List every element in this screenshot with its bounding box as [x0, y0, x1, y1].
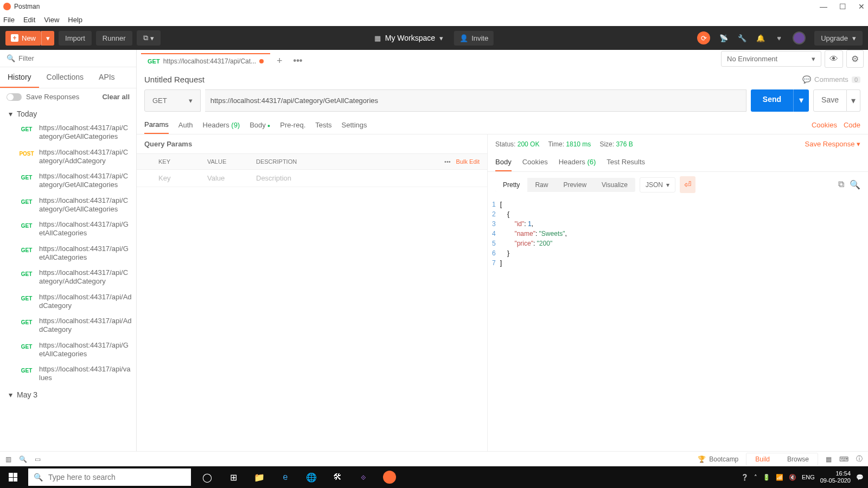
request-tab[interactable]: GET https://localhost:44317/api/Cat...	[141, 53, 270, 68]
new-button[interactable]: + New	[5, 31, 41, 46]
wrap-lines-button[interactable]: ⏎	[680, 176, 695, 193]
tray-help[interactable]: ❔	[741, 474, 749, 481]
tab-body[interactable]: Body	[250, 117, 270, 133]
menu-view[interactable]: View	[44, 16, 59, 24]
find-button[interactable]: 🔍	[19, 455, 27, 463]
sidebar-tab-collections[interactable]: Collections	[39, 67, 91, 88]
comments-button[interactable]: 💬 Comments 0	[802, 75, 860, 84]
sync-button[interactable]: ⟳	[697, 31, 710, 44]
taskbar-edge[interactable]: e	[273, 466, 297, 488]
keyboard-shortcuts-button[interactable]: ⌨	[839, 455, 848, 463]
menu-help[interactable]: Help	[68, 16, 82, 24]
taskbar-taskview[interactable]: ⊞	[221, 466, 245, 488]
view-visualize[interactable]: Visualize	[594, 178, 635, 192]
history-item[interactable]: GEThttps://localhost:44317/api/GetAllCat…	[0, 241, 136, 266]
clear-all-button[interactable]: Clear all	[102, 93, 130, 101]
tab-params[interactable]: Params	[144, 116, 169, 134]
kv-key-placeholder[interactable]: Key	[153, 170, 202, 187]
sidebar-toggle-button[interactable]: ▥	[5, 455, 11, 463]
taskbar-cortana[interactable]: ◯	[195, 466, 219, 488]
environment-preview-button[interactable]: 👁	[825, 50, 843, 68]
taskbar-search[interactable]: 🔍 Type here to search	[28, 468, 191, 486]
history-item[interactable]: GEThttps://localhost:44317/api/AddCatego…	[0, 313, 136, 338]
favorite-button[interactable]: ♥	[774, 33, 784, 43]
search-response-button[interactable]: 🔍	[850, 179, 860, 190]
tray-lang[interactable]: ENG	[802, 474, 815, 480]
method-selector[interactable]: GET ▾	[144, 89, 201, 112]
history-item[interactable]: GEThttps://localhost:44317/api/Category/…	[0, 193, 136, 217]
request-title[interactable]: Untitled Request	[144, 75, 205, 84]
taskbar-tools[interactable]: 🛠	[326, 466, 349, 488]
new-tab-button[interactable]: +	[272, 53, 287, 69]
settings-button[interactable]: 🔧	[737, 33, 747, 43]
import-button[interactable]: Import	[59, 31, 92, 46]
copy-response-button[interactable]: ⧉	[838, 179, 844, 190]
environment-settings-button[interactable]: ⚙	[846, 50, 864, 68]
history-item[interactable]: GEThttps://localhost:44317/api/GetAllCat…	[0, 338, 136, 362]
tray-battery[interactable]: 🔋	[763, 474, 770, 481]
filter-input[interactable]	[18, 54, 130, 62]
kv-row-empty[interactable]: Key Value Description	[137, 170, 487, 187]
console-button[interactable]: ▭	[35, 455, 41, 463]
tab-headers[interactable]: Headers (9)	[203, 117, 240, 133]
tray-chevron[interactable]: ˄	[754, 474, 757, 481]
window-minimize-icon[interactable]: —	[820, 2, 827, 11]
response-body[interactable]: 1234567 [ { "id": 1, "name": "Sweets", "…	[488, 197, 868, 451]
code-link[interactable]: Code	[844, 121, 860, 129]
tab-options-button[interactable]: •••	[289, 54, 307, 68]
help-button[interactable]: ⓘ	[856, 454, 863, 464]
notifications-button[interactable]: 🔔	[756, 33, 765, 43]
history-item[interactable]: GEThttps://localhost:44317/api/AddCatego…	[0, 290, 136, 314]
save-button[interactable]: Save	[813, 89, 847, 112]
sidebar-tab-apis[interactable]: APIs	[91, 67, 123, 88]
window-maximize-icon[interactable]: ☐	[839, 2, 846, 11]
taskbar-postman[interactable]	[378, 466, 401, 488]
invite-button[interactable]: 👤 Invite	[454, 31, 494, 46]
history-item[interactable]: GEThttps://localhost:44317/api/Category/…	[0, 169, 136, 193]
view-raw[interactable]: Raw	[527, 178, 556, 192]
menu-file[interactable]: File	[3, 16, 15, 24]
response-tab-body[interactable]: Body	[495, 153, 512, 171]
tray-notifications[interactable]: 💬	[856, 474, 864, 481]
history-group-header[interactable]: ▾ Today	[0, 105, 136, 120]
avatar[interactable]	[793, 31, 806, 44]
save-responses-toggle[interactable]	[7, 93, 22, 101]
taskbar-explorer[interactable]: 📁	[247, 466, 271, 488]
view-preview[interactable]: Preview	[556, 178, 594, 192]
cookies-link[interactable]: Cookies	[812, 121, 837, 129]
workspace-selector[interactable]: ▦ My Workspace ▾	[374, 34, 443, 42]
kv-desc-placeholder[interactable]: Description	[251, 170, 487, 187]
response-format-selector[interactable]: JSON ▾	[640, 177, 675, 192]
start-button[interactable]	[0, 466, 26, 488]
history-group-header[interactable]: ▾ May 3	[0, 386, 136, 401]
tab-auth[interactable]: Auth	[178, 117, 193, 133]
runner-button[interactable]: Runner	[96, 31, 132, 46]
tab-tests[interactable]: Tests	[315, 117, 331, 133]
bulk-edit-button[interactable]: Bulk Edit	[456, 158, 480, 165]
url-input[interactable]	[205, 89, 746, 112]
history-item[interactable]: GEThttps://localhost:44317/api/GetAllCat…	[0, 217, 136, 241]
tray-wifi[interactable]: 📶	[776, 474, 783, 481]
sidebar-tab-history[interactable]: History	[0, 67, 39, 88]
tray-volume[interactable]: 🔇	[789, 474, 796, 481]
save-dropdown[interactable]: ▾	[847, 89, 860, 112]
history-item[interactable]: GEThttps://localhost:44317/api/Category/…	[0, 265, 136, 290]
response-tab-tests[interactable]: Test Results	[607, 153, 645, 171]
taskbar-visualstudio[interactable]: ⟐	[352, 466, 375, 488]
send-button[interactable]: Send	[751, 89, 793, 112]
new-button-dropdown[interactable]: ▾	[41, 31, 54, 46]
response-tab-headers[interactable]: Headers (6)	[559, 153, 596, 171]
view-pretty[interactable]: Pretty	[495, 178, 527, 192]
tray-clock[interactable]: 16:54 09-05-2020	[820, 470, 851, 484]
window-close-icon[interactable]: ✕	[858, 2, 865, 11]
menu-edit[interactable]: Edit	[23, 16, 35, 24]
save-response-button[interactable]: Save Response ▾	[805, 140, 860, 148]
bootcamp-button[interactable]: 🏆 Bootcamp	[698, 455, 738, 463]
response-tab-cookies[interactable]: Cookies	[522, 153, 548, 171]
taskbar-chrome[interactable]: 🌐	[299, 466, 323, 488]
upgrade-button[interactable]: Upgrade ▾	[814, 31, 863, 46]
browse-tab[interactable]: Browse	[778, 453, 818, 465]
tab-settings[interactable]: Settings	[342, 117, 367, 133]
kv-value-placeholder[interactable]: Value	[202, 170, 251, 187]
open-new-button[interactable]: ⧉▾	[137, 30, 161, 46]
